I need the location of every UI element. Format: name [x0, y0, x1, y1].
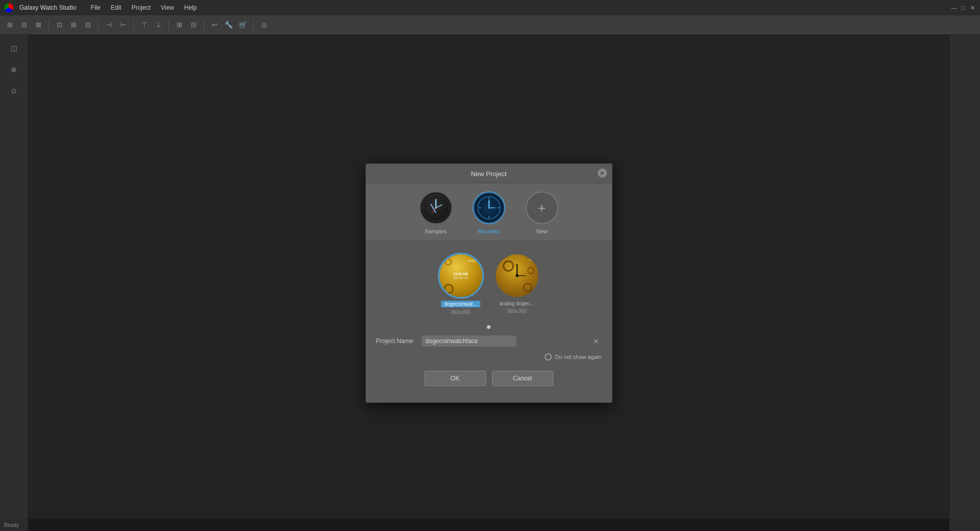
- tab-samples[interactable]: Samples: [420, 191, 452, 234]
- app-title: Galaxy Watch Studio: [19, 4, 77, 11]
- minimize-button[interactable]: —: [950, 4, 958, 11]
- toolbar-icon-14[interactable]: 🔧: [223, 19, 234, 31]
- svg-point-15: [516, 274, 519, 277]
- panel-icon-3[interactable]: ⊙: [5, 82, 23, 100]
- dot-1[interactable]: [487, 325, 491, 329]
- menu-edit[interactable]: Edit: [107, 3, 126, 12]
- toolbar-icon-7[interactable]: ⊣: [103, 19, 114, 31]
- dialog-overlay: New Project ✕: [28, 35, 949, 531]
- work-area: New Project ✕: [28, 35, 949, 531]
- recents-icon-wrapper: [473, 191, 505, 224]
- dialog-tabs: Samples: [366, 183, 612, 240]
- svg-point-4: [435, 207, 437, 209]
- samples-clock: [422, 194, 450, 222]
- dialog-close-button[interactable]: ✕: [598, 168, 607, 178]
- project-name-input-wrapper: ✕: [421, 335, 602, 347]
- project-name-label: Project Name:: [376, 337, 415, 345]
- project-name-row: Project Name: ✕: [376, 335, 602, 347]
- project-name-input[interactable]: [421, 335, 517, 347]
- toolbar-icon-5[interactable]: ⊞: [68, 19, 79, 31]
- window-controls: — □ ✕: [950, 4, 976, 11]
- toolbar-icon-10[interactable]: ⊥: [153, 19, 164, 31]
- menu-file[interactable]: File: [87, 3, 105, 12]
- input-clear-button[interactable]: ✕: [593, 337, 599, 345]
- toolbar-icon-1[interactable]: ⊞: [4, 19, 15, 31]
- maximize-button[interactable]: □: [960, 4, 967, 11]
- toolbar-icon-9[interactable]: ⊤: [138, 19, 150, 31]
- watch-size-doge1: 360x360: [451, 309, 470, 315]
- ok-button[interactable]: OK: [425, 371, 486, 386]
- carousel-dots: [376, 325, 602, 329]
- watch-cards-grid: DOGE 12:00 AM Mon 19. Jul: [376, 249, 602, 323]
- menu-help[interactable]: Help: [180, 3, 201, 12]
- watch-thumb-doge1: DOGE 12:00 AM Mon 19. Jul: [438, 253, 484, 299]
- titlebar: Galaxy Watch Studio File Edit Project Vi…: [0, 0, 980, 15]
- app-logo: [4, 3, 13, 12]
- watch-name-doge1: dogecoinwat...: [441, 301, 480, 307]
- toolbar-icon-8[interactable]: ⊢: [117, 19, 129, 31]
- toolbar-icon-13[interactable]: ↩: [209, 19, 220, 31]
- toolbar-icon-3[interactable]: ⊠: [33, 19, 44, 31]
- svg-point-12: [488, 207, 490, 209]
- do-not-show-label: Do not show again: [555, 354, 601, 360]
- toolbar-icon-11[interactable]: ⊞: [174, 19, 185, 31]
- toolbar-sep-1: [48, 20, 49, 30]
- new-plus-icon: +: [538, 201, 546, 214]
- main-area: ◫ ⊕ ⊙ New Project ✕: [0, 35, 980, 531]
- new-label: New: [536, 228, 547, 234]
- tab-recents[interactable]: Recents: [473, 191, 505, 234]
- cancel-button[interactable]: Cancel: [492, 371, 553, 386]
- samples-label: Samples: [425, 228, 447, 234]
- svg-line-2: [436, 205, 442, 208]
- toolbar-icon-6[interactable]: ⊟: [82, 19, 93, 31]
- dialog-header: New Project ✕: [366, 164, 612, 183]
- toolbar-icon-12[interactable]: ⊟: [188, 19, 199, 31]
- watch-thumb-doge2: now: [494, 253, 540, 299]
- toolbar-icon-16[interactable]: ◎: [258, 19, 270, 31]
- toolbar-sep-2: [98, 20, 99, 30]
- new-icon-wrapper: +: [526, 191, 558, 224]
- menu-bar: File Edit Project View Help: [87, 3, 201, 12]
- watch-card-doge1[interactable]: DOGE 12:00 AM Mon 19. Jul: [438, 253, 484, 315]
- toolbar-sep-3: [133, 20, 134, 30]
- dialog-content: DOGE 12:00 AM Mon 19. Jul: [366, 240, 612, 402]
- recents-label: Recents: [478, 228, 500, 234]
- toolbar-icon-15[interactable]: 🛒: [237, 19, 249, 31]
- statusbar-text: Ready: [4, 522, 19, 528]
- new-project-dialog: New Project ✕: [365, 163, 612, 403]
- panel-icon-2[interactable]: ⊕: [5, 60, 23, 79]
- toolbar-sep-6: [253, 20, 254, 30]
- toolbar-sep-5: [204, 20, 204, 30]
- dialog-buttons: OK Cancel: [376, 365, 602, 394]
- right-panel: [949, 35, 980, 531]
- toolbar-sep-4: [168, 20, 169, 30]
- toolbar-icon-2[interactable]: ⊟: [18, 19, 30, 31]
- toolbar: ⊞ ⊟ ⊠ ⊡ ⊞ ⊟ ⊣ ⊢ ⊤ ⊥ ⊞ ⊟ ↩ 🔧 🛒 ◎: [0, 15, 980, 35]
- menu-view[interactable]: View: [157, 3, 178, 12]
- tab-new[interactable]: + New: [526, 191, 558, 234]
- toolbar-icon-4[interactable]: ⊡: [54, 19, 65, 31]
- watch-size-doge2: 360x360: [507, 308, 526, 314]
- samples-icon-wrapper: [420, 191, 452, 224]
- watch-name-doge2: analog dogec...: [499, 301, 534, 306]
- close-button[interactable]: ✕: [969, 4, 976, 11]
- panel-icon-1[interactable]: ◫: [5, 39, 23, 57]
- menu-project[interactable]: Project: [128, 3, 155, 12]
- dialog-title: New Project: [471, 170, 506, 178]
- do-not-show-checkbox[interactable]: [545, 353, 552, 360]
- do-not-show-row: Do not show again: [376, 353, 602, 360]
- left-panel: ◫ ⊕ ⊙: [0, 35, 28, 531]
- watch-card-doge2[interactable]: now analog dogec...: [494, 253, 540, 315]
